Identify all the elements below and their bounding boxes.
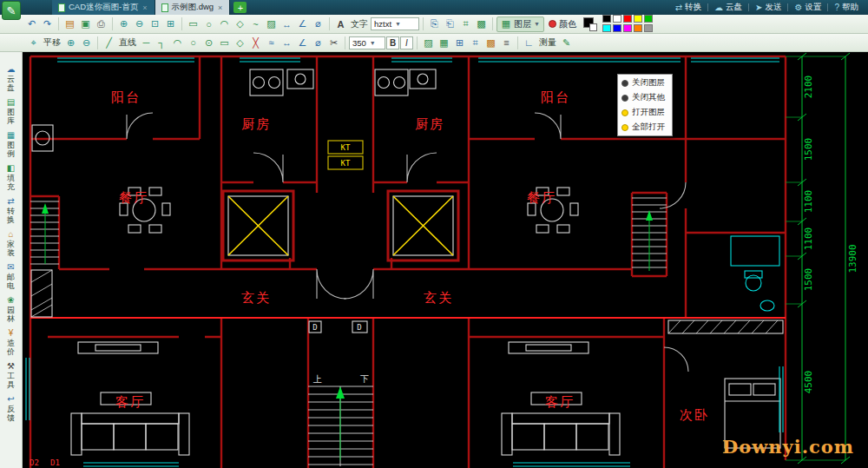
tab-drawing[interactable]: 示例图.dwg × — [155, 0, 231, 15]
palette-swatch[interactable] — [644, 24, 653, 32]
color-button[interactable]: 颜色 — [545, 16, 580, 32]
text-size-select[interactable]: 350 ▼ — [349, 36, 385, 49]
open-icon[interactable]: ▤ — [62, 16, 77, 31]
arc-tool-icon[interactable]: ◠ — [217, 16, 232, 31]
block-icon[interactable]: ▩ — [474, 16, 489, 31]
text-tool-icon[interactable]: A — [333, 16, 348, 31]
palette-swatch[interactable] — [623, 15, 632, 23]
close-icon[interactable]: × — [217, 3, 223, 12]
tab-home[interactable]: CAD迷你画图-首页 × — [52, 0, 155, 15]
sidebar-item-cost[interactable]: ¥造价 — [6, 328, 16, 356]
zoom-out-icon[interactable]: ⊖ — [79, 36, 94, 50]
palette-swatch[interactable] — [644, 15, 653, 23]
convert-icon: ⇄ — [7, 196, 14, 206]
help-button[interactable]: ?帮助 — [830, 2, 863, 13]
drawing-canvas[interactable]: KT KT — [23, 52, 868, 468]
cloud-button[interactable]: ☁云盘 — [710, 2, 746, 13]
spline-tool-icon[interactable]: ~ — [248, 16, 263, 31]
polyline-icon[interactable]: ┐ — [155, 36, 169, 50]
paste-icon[interactable]: ⎗ — [443, 16, 457, 31]
format-brush-icon[interactable]: ▨ — [421, 36, 436, 50]
zoom-in-icon[interactable]: ⊕ — [116, 16, 131, 31]
palette-swatch[interactable] — [634, 24, 642, 32]
close-icon[interactable]: × — [141, 3, 148, 12]
palette-swatch[interactable] — [634, 15, 642, 23]
rhombus-icon[interactable]: ◇ — [233, 36, 247, 50]
sidebar-item-tools[interactable]: ⚒工具 — [6, 361, 16, 389]
measure-label: 测量 — [537, 36, 558, 49]
table-icon[interactable]: ⌗ — [458, 16, 473, 31]
zoom-extents-icon[interactable]: ⊞ — [163, 16, 178, 31]
sidebar-item-fill[interactable]: ◧填充 — [6, 163, 16, 191]
app-logo-icon[interactable]: ✎ — [2, 1, 21, 20]
sidebar-item-home-decor[interactable]: ⌂家装 — [6, 229, 16, 257]
undo-icon[interactable]: ↶ — [24, 16, 39, 31]
dim-radius-icon[interactable]: ⌀ — [311, 16, 326, 31]
angle-icon[interactable]: ∠ — [295, 36, 310, 50]
dim-linear-icon[interactable]: ↔ — [279, 16, 294, 31]
edit-pencil-icon[interactable]: ✎ — [559, 36, 574, 50]
erase-icon[interactable]: ╳ — [248, 36, 263, 50]
line-tool-icon[interactable]: ╱ — [102, 36, 116, 50]
room-label-kitchen-left: 厨房 — [241, 116, 271, 131]
menu-item-open-all[interactable]: 全部打开 — [619, 120, 671, 135]
dim-angle-icon[interactable]: ∠ — [295, 16, 310, 31]
trim-icon[interactable]: ✂ — [326, 36, 341, 50]
polygon-tool-icon[interactable]: ◇ — [233, 16, 247, 31]
palette-swatch[interactable] — [602, 24, 611, 32]
flower-icon: ❀ — [7, 295, 14, 305]
sidebar-item-legend[interactable]: ▦图例 — [6, 130, 16, 158]
sidebar-item-feedback[interactable]: ↩反馈 — [6, 394, 16, 422]
redo-icon[interactable]: ↷ — [40, 16, 55, 31]
palette-swatch[interactable] — [613, 24, 621, 32]
sidebar-item-library[interactable]: ▤图库 — [6, 97, 16, 125]
grid-icon[interactable]: ▦ — [437, 36, 451, 50]
measure-icon[interactable]: ∟ — [522, 36, 536, 50]
palette-swatch[interactable] — [602, 15, 611, 23]
wave-icon[interactable]: ≈ — [264, 36, 279, 50]
list-icon[interactable]: ≡ — [499, 36, 514, 50]
tab-bar: CAD迷你画图-首页 × 示例图.dwg × + — [52, 0, 247, 15]
convert-button[interactable]: ⇄转换 — [671, 2, 706, 13]
sidebar-item-cloud[interactable]: ☁云盘 — [6, 64, 16, 92]
wrench-icon: ⚒ — [7, 361, 15, 371]
font-select[interactable]: hztxt ▼ — [371, 17, 419, 30]
save-icon[interactable]: ▣ — [78, 16, 93, 31]
zoom-in-icon[interactable]: ⊕ — [63, 36, 78, 50]
settings-button[interactable]: ⚙设置 — [790, 2, 825, 13]
print-icon[interactable]: ⎙ — [94, 16, 108, 31]
zoom-window-icon[interactable]: ⊡ — [148, 16, 162, 31]
hatch-tool-icon[interactable]: ▨ — [264, 16, 279, 31]
sidebar-item-post[interactable]: ✉邮电 — [6, 262, 16, 290]
segment-icon[interactable]: ─ — [139, 36, 154, 50]
arc-icon[interactable]: ◠ — [170, 36, 185, 50]
circle-icon[interactable]: ○ — [186, 36, 201, 50]
sidebar-item-garden[interactable]: ❀园林 — [6, 295, 16, 323]
send-button[interactable]: ➤发送 — [751, 2, 786, 13]
palette-swatch[interactable] — [613, 15, 621, 23]
layer-button[interactable]: ▦ 图层 ▼ — [496, 16, 544, 32]
titlebar-spacer — [247, 0, 670, 15]
cad-floorplan[interactable]: KT KT — [23, 52, 868, 468]
menu-item-close-layer[interactable]: 关闭图层 — [619, 76, 671, 90]
new-tab-button[interactable]: + — [233, 2, 247, 13]
bold-button[interactable]: B — [386, 36, 399, 49]
menu-item-open-layer[interactable]: 打开图层 — [619, 105, 671, 120]
italic-button[interactable]: I — [400, 36, 413, 49]
ellipse-icon[interactable]: ⊙ — [201, 36, 216, 50]
diameter-icon[interactable]: ⌀ — [311, 36, 326, 50]
circle-tool-icon[interactable]: ○ — [201, 16, 216, 31]
pan-icon[interactable]: ⌖ — [26, 36, 41, 50]
current-color-swatch[interactable] — [583, 17, 597, 31]
copy-icon[interactable]: ⎘ — [427, 16, 442, 31]
array-icon[interactable]: ⊞ — [452, 36, 467, 50]
hatch2-icon[interactable]: ▩ — [483, 36, 498, 50]
rectangle-tool-icon[interactable]: ▭ — [186, 16, 201, 31]
dim-icon[interactable]: ↔ — [279, 36, 294, 50]
palette-swatch[interactable] — [623, 24, 632, 32]
cells-icon[interactable]: ⌗ — [468, 36, 483, 50]
sidebar-item-convert[interactable]: ⇄转换 — [6, 196, 16, 224]
menu-item-close-others[interactable]: 关闭其他 — [619, 90, 671, 105]
zoom-out-icon[interactable]: ⊖ — [132, 16, 147, 31]
rect-icon[interactable]: ▭ — [217, 36, 232, 50]
